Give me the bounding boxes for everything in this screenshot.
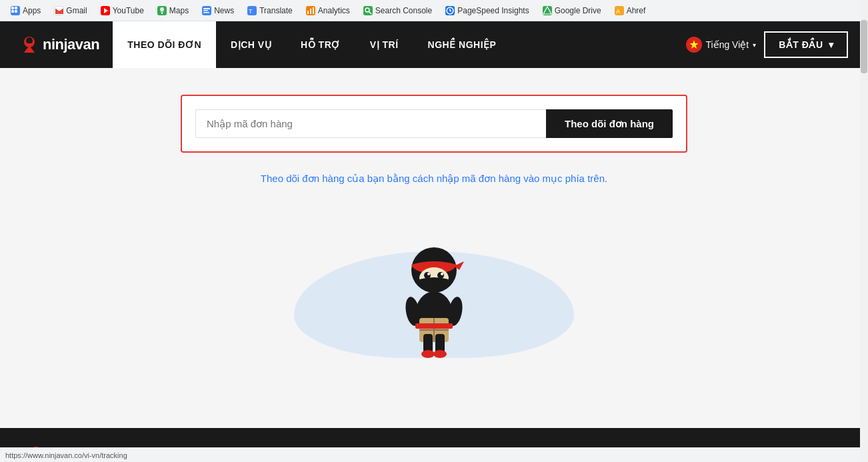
status-bar: https://www.ninjavan.co/vi-vn/tracking <box>0 447 868 462</box>
bookmark-ahref[interactable]: A Ahref <box>609 3 651 18</box>
nav-right: Tiếng Việt ▾ BẮT ĐẦU ▾ <box>686 31 848 58</box>
svg-rect-10 <box>307 11 309 14</box>
bookmark-pagespeed[interactable]: PageSpeed Insights <box>440 3 534 18</box>
svg-rect-11 <box>310 9 311 14</box>
svg-rect-8 <box>203 12 209 13</box>
gmail-icon <box>54 6 63 15</box>
logo[interactable]: ninjavan <box>20 35 99 54</box>
bookmark-analytics-label: Analytics <box>318 6 350 15</box>
svg-point-32 <box>433 350 447 358</box>
bookmark-maps[interactable]: Maps <box>152 3 194 18</box>
main-nav: ninjavan THEO DÕI ĐƠN DỊCH VỤ HỖ TRỢ VỊ … <box>0 21 868 68</box>
bookmark-gmail[interactable]: Gmail <box>49 3 92 18</box>
language-selector[interactable]: Tiếng Việt ▾ <box>686 37 757 53</box>
svg-rect-6 <box>203 8 210 9</box>
youtube-icon <box>101 6 110 15</box>
svg-point-39 <box>441 273 443 275</box>
logo-text: ninjavan <box>43 36 99 53</box>
bookmark-youtube-label: YouTube <box>113 6 144 15</box>
svg-rect-0 <box>11 7 14 9</box>
svg-rect-30 <box>435 334 445 353</box>
maps-icon <box>157 6 167 15</box>
svg-rect-2 <box>11 10 14 13</box>
start-chevron-icon: ▾ <box>829 39 834 50</box>
svg-point-5 <box>160 7 164 11</box>
bookmark-search-console[interactable]: Search Console <box>358 3 437 18</box>
nav-item-theo-doi-don[interactable]: THEO DÕI ĐƠN <box>113 21 216 68</box>
nav-item-dich-vu[interactable]: DỊCH VỤ <box>216 21 286 68</box>
svg-marker-16 <box>543 7 551 14</box>
ninja-illustration-area <box>13 211 855 358</box>
svg-point-19 <box>26 37 33 44</box>
svg-text:A: A <box>616 8 620 15</box>
svg-rect-3 <box>15 10 17 13</box>
news-icon <box>202 6 211 15</box>
bookmark-translate-label: Translate <box>259 6 293 15</box>
tracking-box: Theo dõi đơn hàng <box>181 95 687 153</box>
pagespeed-icon <box>445 6 455 15</box>
bookmark-search-console-label: Search Console <box>375 6 432 15</box>
bookmarks-bar: Apps Gmail YouTube Maps News T Translate <box>0 0 868 21</box>
svg-text:T: T <box>249 8 253 15</box>
page-content: Theo dõi đơn hàng Theo dõi đơn hàng của … <box>0 68 868 428</box>
svg-rect-12 <box>313 7 314 14</box>
ninjavan-logo-icon <box>20 35 39 54</box>
svg-rect-1 <box>15 7 17 9</box>
nav-item-nghe-nghiep[interactable]: NGHỀ NGHIỆP <box>413 21 511 68</box>
language-label: Tiếng Việt <box>706 39 749 50</box>
bookmark-google-drive[interactable]: Google Drive <box>537 3 607 18</box>
bookmark-translate[interactable]: T Translate <box>242 3 298 18</box>
translate-icon: T <box>247 6 257 15</box>
language-chevron-icon: ▾ <box>753 41 756 49</box>
bookmark-ahref-label: Ahref <box>627 6 646 15</box>
svg-point-38 <box>427 273 430 275</box>
tracking-button[interactable]: Theo dõi đơn hàng <box>546 109 673 138</box>
status-url: https://www.ninjavan.co/vi-vn/tracking <box>5 451 127 459</box>
bookmark-gmail-label: Gmail <box>66 6 87 15</box>
svg-rect-29 <box>423 334 433 353</box>
bookmark-apps-label: Apps <box>23 6 41 15</box>
scrollbar-thumb[interactable] <box>861 20 867 73</box>
svg-line-14 <box>369 11 371 14</box>
nav-items: THEO DÕI ĐƠN DỊCH VỤ HỖ TRỢ VỊ TRÍ NGHỀ … <box>113 21 685 68</box>
start-button[interactable]: BẮT ĐẦU ▾ <box>764 31 848 58</box>
bookmark-news-label: News <box>214 6 234 15</box>
svg-point-13 <box>365 8 369 12</box>
svg-point-31 <box>421 350 435 358</box>
nav-item-ho-tro[interactable]: HỖ TRỢ <box>286 21 355 68</box>
bookmark-news[interactable]: News <box>197 3 239 18</box>
bookmark-maps-label: Maps <box>169 6 189 15</box>
nav-item-vi-tri[interactable]: VỊ TRÍ <box>355 21 413 68</box>
bookmark-pagespeed-label: PageSpeed Insights <box>457 6 529 15</box>
ninja-illustration <box>281 218 587 358</box>
search-console-icon <box>363 6 373 15</box>
bookmark-apps[interactable]: Apps <box>5 3 46 18</box>
svg-marker-4 <box>104 8 108 13</box>
tracking-info-text: Theo dõi đơn hàng của bạn bằng cách nhập… <box>261 173 607 185</box>
apps-icon <box>11 6 20 15</box>
tracking-input[interactable] <box>195 109 546 138</box>
bookmark-youtube[interactable]: YouTube <box>95 3 149 18</box>
svg-rect-20 <box>25 43 33 45</box>
vietnam-flag <box>686 37 702 53</box>
ninja-character <box>387 225 481 358</box>
svg-rect-7 <box>203 10 208 11</box>
scrollbar-track[interactable] <box>860 0 868 462</box>
bookmark-google-drive-label: Google Drive <box>555 6 601 15</box>
analytics-icon <box>306 6 315 15</box>
google-drive-icon <box>543 6 552 15</box>
ahref-icon: A <box>615 6 624 15</box>
bookmark-analytics[interactable]: Analytics <box>301 3 355 18</box>
svg-rect-33 <box>415 323 453 329</box>
